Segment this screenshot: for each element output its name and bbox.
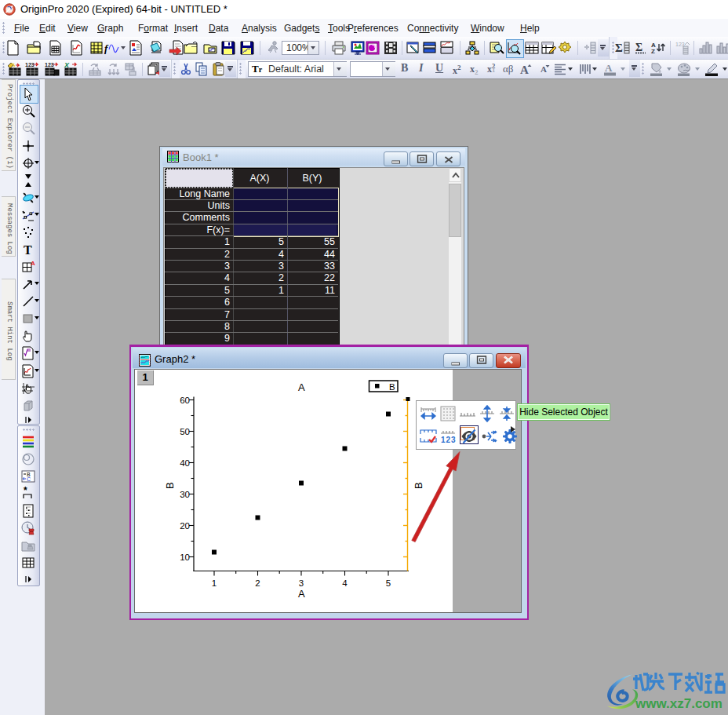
svg-text:1: 1	[212, 578, 217, 588]
svg-text:10: 10	[180, 553, 190, 562]
svg-text:A: A	[298, 588, 305, 600]
svg-text:Z: Z	[651, 48, 655, 55]
svg-text:2: 2	[255, 578, 260, 588]
svg-text:f: f	[104, 42, 109, 54]
svg-text:A: A	[541, 64, 547, 74]
svg-text:40: 40	[180, 458, 190, 468]
svg-text:B: B	[413, 482, 424, 489]
svg-text:3: 3	[299, 578, 304, 588]
svg-text:T: T	[24, 243, 32, 257]
svg-text:Σ: Σ	[615, 42, 623, 54]
svg-text:123: 123	[441, 436, 457, 444]
svg-text:60: 60	[180, 396, 190, 405]
svg-text:123: 123	[25, 62, 35, 67]
svg-text:Σ: Σ	[635, 42, 642, 53]
svg-text:A: A	[520, 64, 529, 76]
svg-text:5: 5	[386, 578, 391, 588]
svg-text:www.xz7.com: www.xz7.com	[635, 696, 723, 711]
svg-text:A: A	[298, 381, 305, 393]
svg-text:123: 123	[45, 62, 54, 67]
svg-text:B: B	[389, 382, 395, 392]
svg-text:4: 4	[342, 578, 348, 588]
svg-text:C: C	[27, 476, 31, 482]
svg-text:A: A	[31, 260, 35, 267]
svg-text:B: B	[164, 482, 176, 489]
svg-text:30: 30	[180, 490, 190, 499]
svg-text:50: 50	[180, 427, 190, 436]
svg-text:20: 20	[180, 521, 190, 531]
svg-text:A: A	[605, 62, 613, 74]
